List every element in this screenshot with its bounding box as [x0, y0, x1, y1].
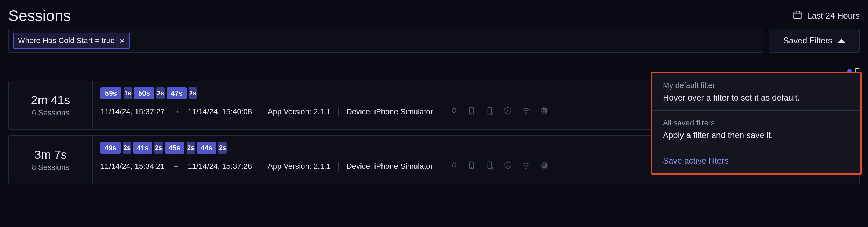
saved-filters-button[interactable]: Saved Filters: [769, 29, 860, 53]
svg-rect-32: [542, 163, 546, 168]
segment[interactable]: 2s: [156, 87, 165, 99]
svg-rect-33: [543, 164, 546, 167]
app-version: App Version: 2.1.1: [268, 162, 331, 171]
segment[interactable]: 41s: [133, 142, 152, 154]
all-saved-filters-section: All saved filters Apply a filter and the…: [652, 111, 860, 148]
segment[interactable]: 2s: [187, 142, 195, 154]
segment[interactable]: 50s: [134, 87, 154, 99]
segment[interactable]: 2s: [189, 87, 197, 99]
svg-rect-14: [542, 109, 546, 113]
app-version: App Version: 2.1.1: [268, 107, 331, 116]
phone-icon: [467, 106, 476, 117]
save-active-filters-section: Save active filters: [652, 148, 860, 173]
svg-point-31: [526, 168, 526, 169]
phone-cancel-icon: [485, 106, 494, 117]
time-range-label: Last 24 Hours: [807, 11, 860, 21]
default-filter-hint: Hover over a filter to set it as default…: [663, 93, 850, 103]
segment[interactable]: 2s: [123, 142, 131, 154]
divider: [441, 162, 441, 171]
session-count: 6 Sessions: [32, 108, 70, 117]
session-start: 11/14/24, 15:37:27: [100, 107, 165, 116]
svg-rect-0: [794, 12, 801, 19]
segment[interactable]: 59s: [100, 87, 121, 99]
calendar-icon: [793, 10, 803, 22]
save-active-filters-link[interactable]: Save active filters: [663, 156, 850, 166]
saved-filters-label: Saved Filters: [783, 36, 832, 46]
chip-icon: [540, 106, 549, 117]
session-summary: 3m 7s 8 Sessions: [9, 136, 93, 184]
shield-icon: [503, 161, 512, 172]
filter-input[interactable]: Where Has Cold Start = true: [8, 29, 763, 53]
arrow-right-icon: →: [173, 162, 180, 171]
filter-chip[interactable]: Where Has Cold Start = true: [13, 33, 130, 49]
segment[interactable]: 44s: [197, 142, 216, 154]
svg-point-29: [507, 165, 509, 166]
segment[interactable]: 1s: [124, 87, 132, 99]
arrow-right-icon: →: [173, 107, 180, 116]
divider: [260, 162, 260, 171]
close-icon[interactable]: [119, 37, 125, 44]
device: Device: iPhone Simulator: [346, 107, 433, 116]
session-start: 11/14/24, 15:34:21: [100, 162, 165, 171]
segment[interactable]: 45s: [165, 142, 184, 154]
default-filter-section: My default filter Hover over a filter to…: [652, 73, 860, 111]
divider: [338, 162, 339, 171]
saved-filters-dropdown: My default filter Hover over a filter to…: [651, 72, 862, 175]
divider: [260, 107, 260, 116]
session-end: 11/14/24, 15:37:28: [188, 162, 252, 171]
svg-rect-15: [543, 110, 546, 112]
fire-icon: [449, 106, 458, 117]
default-filter-label: My default filter: [663, 81, 850, 90]
session-status-icons: [449, 161, 549, 172]
session-duration: 2m 41s: [31, 93, 70, 107]
device: Device: iPhone Simulator: [346, 162, 433, 171]
wifi-icon: [522, 106, 531, 117]
session-duration: 3m 7s: [34, 148, 67, 161]
all-saved-filters-label: All saved filters: [663, 118, 850, 128]
segment[interactable]: 49s: [100, 142, 121, 154]
all-saved-filters-hint: Apply a filter and then save it.: [663, 130, 850, 140]
page-title: Sessions: [8, 7, 71, 25]
session-end: 11/14/24, 15:40:08: [188, 107, 252, 116]
wifi-icon: [522, 161, 531, 172]
segment[interactable]: 2s: [218, 142, 227, 154]
session-summary: 2m 41s 6 Sessions: [9, 81, 93, 129]
svg-point-11: [507, 110, 509, 111]
segment[interactable]: 2s: [154, 142, 163, 154]
divider: [441, 107, 441, 116]
fire-icon: [449, 161, 458, 172]
chip-icon: [540, 161, 549, 172]
phone-icon: [467, 161, 476, 172]
divider: [338, 107, 339, 116]
session-count: 8 Sessions: [32, 163, 70, 172]
filter-chip-text: Where Has Cold Start = true: [18, 36, 115, 45]
svg-point-13: [526, 114, 526, 114]
session-status-icons: [449, 106, 549, 117]
chevron-up-icon: [838, 39, 845, 43]
segment[interactable]: 47s: [167, 87, 187, 99]
phone-cancel-icon: [485, 161, 494, 172]
shield-icon: [503, 106, 512, 117]
time-range-selector[interactable]: Last 24 Hours: [793, 10, 860, 22]
